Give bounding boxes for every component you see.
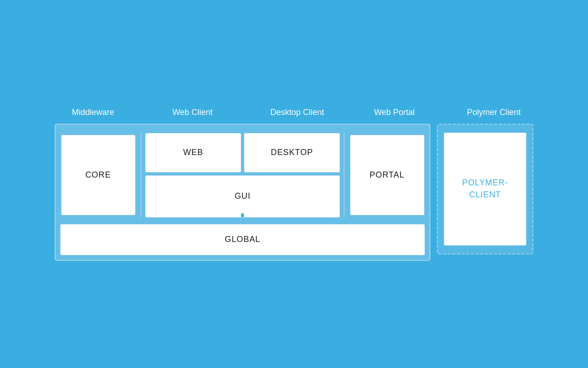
portal-box: PORTAL (350, 135, 424, 215)
web-desktop-section: WEB DESKTOP GUI (141, 129, 344, 221)
desktop-box: DESKTOP (244, 133, 340, 172)
web-box: WEB (145, 133, 241, 172)
webclient-label: Web Client (172, 108, 213, 117)
polymerclient-label: Polymer Client (467, 108, 520, 117)
webportal-label: Web Portal (374, 108, 415, 117)
polymer-client-box: POLYMER- CLIENT (444, 132, 526, 246)
portal-column: PORTAL (345, 129, 430, 221)
middleware-label: Middleware (72, 108, 114, 117)
right-section: POLYMER- CLIENT (437, 124, 533, 254)
gui-box: GUI (145, 175, 340, 218)
global-bar: GLOBAL (60, 224, 425, 255)
core-box: CORE (61, 135, 136, 215)
left-section: CORE WEB DESKTOP (55, 124, 430, 261)
desktopclient-label: Desktop Client (270, 108, 324, 117)
middleware-column: CORE (56, 129, 141, 221)
